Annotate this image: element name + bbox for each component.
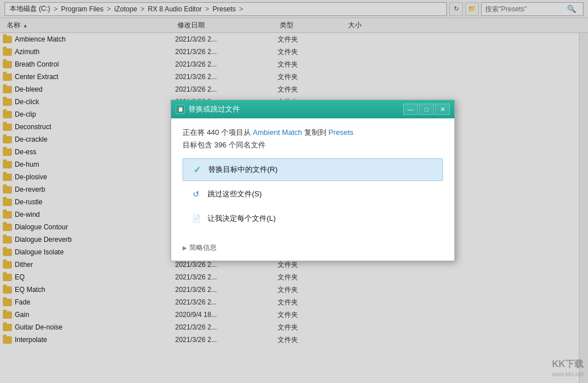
dialog-footer: ▶ 简略信息 [171, 238, 454, 261]
minimize-button[interactable]: — [403, 104, 418, 115]
explorer-window: 本地磁盘 (C:) > Program Files > iZotope > RX… [0, 0, 588, 383]
skip-option-button[interactable]: ↺ 跳过这些文件(S) [183, 183, 443, 205]
dialog-info-line2: 目标包含 396 个同名文件 [183, 140, 443, 150]
decide-option-button[interactable]: 📄 让我决定每个文件(L) [183, 207, 443, 230]
skip-icon: ↺ [191, 188, 202, 200]
decide-icon: 📄 [191, 213, 202, 224]
summary-button[interactable]: ▶ 简略信息 [183, 243, 217, 253]
dialog-title-icon: 📋 [176, 105, 185, 114]
maximize-button[interactable]: □ [419, 104, 434, 115]
check-icon: ✓ [191, 164, 202, 175]
summary-arrow-icon: ▶ [183, 245, 187, 251]
close-button[interactable]: ✕ [435, 104, 450, 115]
dialog-title-buttons: — □ ✕ [403, 104, 450, 115]
dialog-title-text: 替换或跳过文件 [188, 104, 400, 114]
dialog-titlebar: 📋 替换或跳过文件 — □ ✕ [171, 100, 454, 118]
replace-skip-dialog: 📋 替换或跳过文件 — □ ✕ 正在将 440 个项目从 Ambient Mat… [171, 100, 455, 261]
replace-option-button[interactable]: ✓ 替换目标中的文件(R) [183, 158, 443, 181]
dialog-info-line1: 正在将 440 个项目从 Ambient Match 复制到 Presets [183, 127, 443, 138]
dialog-content: 正在将 440 个项目从 Ambient Match 复制到 Presets 目… [171, 118, 454, 238]
